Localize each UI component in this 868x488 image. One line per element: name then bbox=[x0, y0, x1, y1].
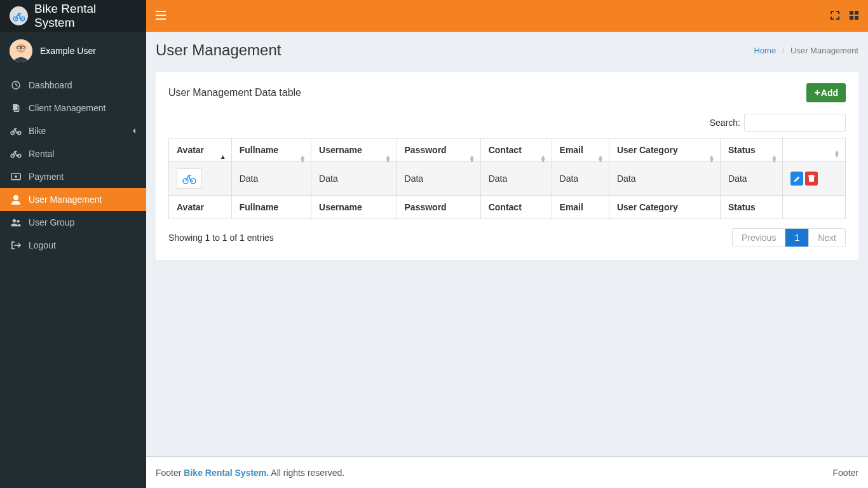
svg-point-19 bbox=[13, 219, 16, 222]
sidebar-item-label: Payment bbox=[29, 172, 64, 182]
cell-username: Data bbox=[311, 162, 397, 196]
svg-point-17 bbox=[15, 175, 17, 178]
cell-user-category: Data bbox=[609, 162, 720, 196]
sidebar-item-label: User Group bbox=[29, 217, 74, 227]
breadcrumb-current: User Management bbox=[790, 46, 858, 55]
svg-rect-32 bbox=[810, 175, 813, 176]
sort-icon: ▲▼ bbox=[385, 155, 391, 163]
sidebar-item-payment[interactable]: Payment bbox=[0, 165, 146, 188]
grid-icon[interactable] bbox=[850, 11, 858, 22]
logout-icon bbox=[10, 241, 22, 250]
svg-rect-22 bbox=[156, 15, 166, 16]
svg-rect-23 bbox=[156, 18, 166, 20]
pagination-previous[interactable]: Previous bbox=[733, 229, 785, 247]
fullscreen-icon[interactable] bbox=[831, 11, 839, 22]
breadcrumb-separator: / bbox=[782, 46, 785, 55]
col-email[interactable]: Email▲▼ bbox=[552, 139, 609, 162]
sidebar-item-label: Rental bbox=[29, 149, 54, 159]
sidebar-item-client-management[interactable]: Client Management bbox=[0, 97, 146, 119]
sort-icon: ▲▼ bbox=[771, 155, 777, 163]
table-row: Data Data Data Data Data Data Data bbox=[169, 162, 846, 196]
footer-brand-link[interactable]: Bike Rental System. bbox=[184, 468, 269, 478]
foot-actions bbox=[783, 196, 846, 219]
col-avatar[interactable]: Avatar▲ bbox=[169, 139, 232, 162]
box-title: User Management Data table bbox=[168, 87, 301, 98]
foot-avatar: Avatar bbox=[169, 196, 232, 219]
cell-status: Data bbox=[721, 162, 783, 196]
sort-icon: ▲▼ bbox=[540, 155, 546, 163]
sort-icon: ▲▼ bbox=[834, 150, 840, 158]
sort-icon: ▲▼ bbox=[597, 155, 604, 163]
page-title: User Management bbox=[156, 41, 281, 59]
sidebar-item-label: Bike bbox=[29, 126, 46, 136]
search-label: Search: bbox=[710, 118, 740, 128]
svg-rect-30 bbox=[809, 177, 814, 182]
user-panel: Example User bbox=[0, 32, 146, 74]
content: User Management Home / User Management U… bbox=[146, 32, 868, 456]
top-header bbox=[146, 0, 868, 32]
user-icon bbox=[10, 194, 22, 205]
svg-point-20 bbox=[17, 220, 19, 222]
sort-icon: ▲▼ bbox=[299, 155, 306, 163]
user-name: Example User bbox=[40, 46, 96, 56]
svg-rect-24 bbox=[850, 11, 853, 15]
breadcrumb: Home / User Management bbox=[754, 46, 858, 55]
col-status[interactable]: Status▲▼ bbox=[721, 139, 783, 162]
table-info: Showing 1 to 1 of 1 entries bbox=[168, 233, 274, 243]
brand-name: Bike Rental System bbox=[34, 2, 137, 30]
cell-fullname: Data bbox=[231, 162, 311, 196]
users-table: Avatar▲ Fullname▲▼ Username▲▼ Password▲▼… bbox=[168, 138, 846, 219]
pagination-next[interactable]: Next bbox=[809, 229, 845, 247]
col-password[interactable]: Password▲▼ bbox=[397, 139, 480, 162]
sidebar: Bike Rental System Example User Dashboar… bbox=[0, 0, 146, 488]
pagination: Previous 1 Next bbox=[732, 228, 846, 247]
search-input[interactable] bbox=[744, 114, 846, 132]
col-username[interactable]: Username▲▼ bbox=[311, 139, 397, 162]
col-user-category[interactable]: User Category▲▼ bbox=[609, 139, 720, 162]
foot-contact: Contact bbox=[480, 196, 552, 219]
footer: Footer Bike Rental System. All rights re… bbox=[146, 456, 868, 488]
cell-password: Data bbox=[397, 162, 480, 196]
sidebar-nav: Dashboard Client Management Bike Rental … bbox=[0, 74, 146, 257]
svg-rect-25 bbox=[855, 11, 858, 15]
user-avatar-icon bbox=[10, 39, 32, 62]
svg-rect-26 bbox=[850, 16, 853, 20]
sidebar-item-user-group[interactable]: User Group bbox=[0, 211, 146, 234]
sidebar-item-dashboard[interactable]: Dashboard bbox=[0, 74, 146, 97]
foot-user-category: User Category bbox=[609, 196, 720, 219]
data-box: User Management Data table +Add Search: … bbox=[156, 72, 858, 260]
chevron-left-icon bbox=[132, 126, 137, 136]
add-button[interactable]: +Add bbox=[806, 83, 846, 102]
cell-actions bbox=[783, 162, 846, 196]
sidebar-item-user-management[interactable]: User Management bbox=[0, 188, 146, 211]
sidebar-item-label: Client Management bbox=[29, 103, 105, 113]
svg-point-18 bbox=[13, 195, 18, 200]
svg-rect-27 bbox=[855, 16, 858, 20]
foot-fullname: Fullname bbox=[231, 196, 311, 219]
sort-icon: ▲▼ bbox=[709, 155, 715, 163]
sidebar-item-label: Dashboard bbox=[29, 80, 72, 90]
foot-status: Status bbox=[721, 196, 783, 219]
delete-button[interactable] bbox=[805, 172, 818, 186]
brand-logo[interactable]: Bike Rental System bbox=[0, 0, 146, 32]
sidebar-item-bike[interactable]: Bike bbox=[0, 119, 146, 142]
cell-email: Data bbox=[552, 162, 609, 196]
sort-icon: ▲ bbox=[220, 155, 226, 159]
dashboard-icon bbox=[10, 80, 22, 90]
rental-icon bbox=[10, 149, 22, 158]
sidebar-item-rental[interactable]: Rental bbox=[0, 142, 146, 165]
pagination-page-1[interactable]: 1 bbox=[785, 229, 809, 247]
edit-button[interactable] bbox=[790, 172, 803, 186]
users-icon bbox=[10, 218, 22, 227]
sidebar-item-label: User Management bbox=[29, 194, 102, 205]
bike-icon bbox=[10, 126, 22, 135]
col-fullname[interactable]: Fullname▲▼ bbox=[231, 139, 311, 162]
col-contact[interactable]: Contact▲▼ bbox=[480, 139, 552, 162]
sidebar-item-logout[interactable]: Logout bbox=[0, 234, 146, 257]
avatar-thumb-icon bbox=[177, 168, 202, 189]
payment-icon bbox=[10, 173, 22, 180]
footer-left: Footer Bike Rental System. All rights re… bbox=[156, 468, 344, 478]
breadcrumb-home[interactable]: Home bbox=[754, 46, 776, 55]
hamburger-icon[interactable] bbox=[156, 11, 166, 22]
cell-contact: Data bbox=[480, 162, 552, 196]
